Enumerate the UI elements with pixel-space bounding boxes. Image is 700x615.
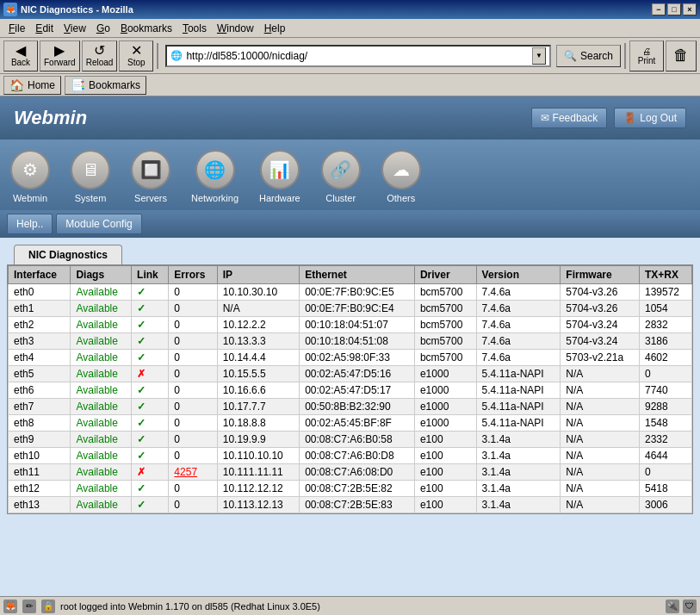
diags-link[interactable]: Available [76,482,117,494]
module-config-button[interactable]: Module Config [56,214,141,234]
close-button[interactable]: × [683,3,697,16]
cell-ip: 10.17.7.7 [217,399,299,415]
menu-view[interactable]: View [59,21,91,36]
cell-ethernet: 00:02:A5:47:D5:17 [300,382,415,399]
cell-link: ✓ [132,350,169,366]
cell-errors: 0 [169,366,217,382]
table-row: eth12 Available ✓ 0 10.112.12.12 00:08:C… [9,481,692,497]
back-icon: ◀ [15,44,26,58]
diags-link[interactable]: Available [76,368,117,380]
nav-hardware[interactable]: 📊 Hardware [249,146,311,210]
cell-driver: bcm5700 [414,301,476,317]
nav-bar: ⚙ Webmin 🖥 System 🔲 Servers 🌐 [0,140,700,210]
cell-version: 5.4.11a-NAPI [476,399,561,415]
cell-errors: 0 [169,284,217,301]
diags-link[interactable]: Available [76,466,117,478]
diags-link[interactable]: Available [76,384,117,396]
table-row: eth13 Available ✓ 0 10.113.12.13 00:08:C… [9,497,692,513]
nav-cluster-label: Cluster [325,193,356,203]
cell-txrx: 9288 [639,399,691,415]
search-button[interactable]: 🔍 Search [556,45,621,67]
feedback-button[interactable]: ✉ Feedback [531,108,608,128]
back-button[interactable]: ◀ Back [3,40,38,71]
menu-edit[interactable]: Edit [30,21,59,36]
cell-driver: e100 [414,448,476,464]
diags-link[interactable]: Available [76,286,117,298]
cell-link: ✓ [132,301,169,317]
diags-link[interactable]: Available [76,433,117,445]
address-input[interactable] [186,50,532,62]
table-container: Interface Diags Link Errors IP Ethernet … [7,264,693,514]
cell-firmware: 5704-v3.24 [561,333,640,350]
cell-errors: 0 [169,317,217,333]
trash-button[interactable]: 🗑 [666,40,697,71]
maximize-button[interactable]: □ [667,3,681,16]
table-row: eth9 Available ✓ 0 10.19.9.9 00:08:C7:A6… [9,432,692,448]
feedback-icon: ✉ [541,112,549,124]
minimize-button[interactable]: − [652,3,666,16]
forward-icon: ▶ [54,44,65,58]
status-security-icon: 🛡 [683,599,697,613]
cell-version: 3.1.4a [476,497,561,513]
diags-link[interactable]: Available [76,319,117,331]
nav-servers-label: Servers [134,193,167,203]
nav-servers[interactable]: 🔲 Servers [121,146,181,210]
stop-button[interactable]: ✕ Stop [119,40,153,71]
cell-version: 3.1.4a [476,448,561,464]
diags-link[interactable]: Available [76,351,117,363]
address-bar[interactable]: 🌐 ▼ [165,45,551,67]
link-status: ✓ [137,302,146,314]
print-button[interactable]: 🖨 Print [629,40,664,71]
nav-system[interactable]: 🖥 System [60,146,121,210]
link-status: ✓ [137,384,146,396]
diags-link[interactable]: Available [76,302,117,314]
menu-file[interactable]: File [3,21,30,36]
reload-button[interactable]: ↺ Reload [82,40,118,71]
reload-label: Reload [86,58,114,67]
menu-help[interactable]: Help [259,21,291,36]
help-button[interactable]: Help.. [7,214,53,234]
cell-link: ✓ [132,399,169,415]
cell-version: 3.1.4a [476,481,561,497]
nic-table: Interface Diags Link Errors IP Ethernet … [8,265,692,513]
link-status: ✓ [137,286,146,298]
cell-diags: Available [71,333,132,350]
menu-window[interactable]: Window [212,21,259,36]
menu-go[interactable]: Go [91,21,115,36]
cell-interface: eth2 [9,317,71,333]
nav-others[interactable]: ☁ Others [371,146,431,210]
bookmarks-button[interactable]: 📑 Bookmarks [65,76,146,95]
diags-link[interactable]: Available [76,450,117,462]
link-status: ✓ [137,401,146,413]
cell-link: ✓ [132,317,169,333]
nav-hardware-label: Hardware [259,193,300,203]
diags-link[interactable]: Available [76,401,117,413]
address-dropdown[interactable]: ▼ [532,47,546,65]
cell-link: ✓ [132,448,169,464]
nav-webmin[interactable]: ⚙ Webmin [0,146,60,210]
cell-ethernet: 00:10:18:04:51:08 [300,333,415,350]
col-diags: Diags [71,266,132,284]
cell-driver: e100 [414,464,476,481]
status-message: root logged into Webmin 1.170 on dl585 (… [60,601,320,612]
menu-bookmarks[interactable]: Bookmarks [115,21,177,36]
cell-interface: eth5 [9,366,71,382]
errors-link[interactable]: 4257 [174,466,197,478]
home-button[interactable]: 🏠 Home [3,76,61,95]
diags-link[interactable]: Available [76,499,117,511]
print-icon: 🖨 [642,47,651,56]
webmin-header: Webmin ✉ Feedback 🚪 Log Out [0,96,700,140]
cell-driver: e1000 [414,415,476,432]
forward-button[interactable]: ▶ Forward [40,40,80,71]
logout-button[interactable]: 🚪 Log Out [614,108,686,128]
nic-diagnostics-tab[interactable]: NIC Diagnostics [14,245,122,264]
menu-tools[interactable]: Tools [177,21,212,36]
diags-link[interactable]: Available [76,335,117,347]
status-icon-1: 🦊 [3,599,17,613]
cell-version: 7.4.6a [476,317,561,333]
nav-cluster[interactable]: 🔗 Cluster [311,146,371,210]
col-version: Version [476,266,561,284]
diags-link[interactable]: Available [76,417,117,429]
nav-networking[interactable]: 🌐 Networking [181,146,249,210]
cell-interface: eth7 [9,399,71,415]
